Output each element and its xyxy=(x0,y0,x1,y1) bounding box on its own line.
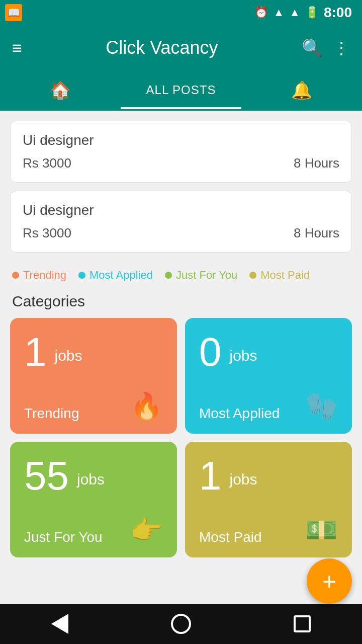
status-bar: 📖 ⏰ ▲ ▲ 🔋 8:00 xyxy=(0,0,362,25)
tab-home[interactable]: 🏠 xyxy=(0,70,121,109)
most-paid-jobs-label: jobs xyxy=(230,471,257,488)
fab-button[interactable]: + xyxy=(307,558,352,604)
most-applied-label: Most Applied xyxy=(89,269,153,282)
back-button[interactable] xyxy=(36,609,83,639)
app-title: Click Vacancy xyxy=(32,37,292,58)
categories-title: Categories xyxy=(12,293,352,310)
home-button[interactable] xyxy=(156,609,206,639)
job-card-2[interactable]: Ui designer Rs 3000 8 Hours xyxy=(10,191,352,253)
notification-icon: 🔔 xyxy=(291,80,312,100)
trending-label: Trending xyxy=(23,269,66,282)
trending-icon: 🔥 xyxy=(130,391,163,422)
home-icon: 🏠 xyxy=(50,80,71,100)
filter-most-applied[interactable]: Most Applied xyxy=(78,269,153,282)
category-grid: 1 jobs Trending 🔥 0 jobs Most Applied 🧤 … xyxy=(10,318,352,557)
app-bar: ≡ Click Vacancy 🔍 ⋮ xyxy=(0,25,362,70)
most-paid-label: Most Paid xyxy=(260,269,310,282)
most-paid-count: 1 xyxy=(199,456,222,496)
category-card-trending[interactable]: 1 jobs Trending 🔥 xyxy=(10,318,177,434)
search-icon[interactable]: 🔍 xyxy=(302,38,323,58)
most-applied-icon: 🧤 xyxy=(305,391,338,422)
most-applied-count: 0 xyxy=(199,332,222,372)
card-top-just-for-you: 55 jobs xyxy=(24,456,163,496)
recents-icon xyxy=(294,615,311,632)
category-card-most-paid[interactable]: 1 jobs Most Paid 💵 xyxy=(185,442,352,557)
most-paid-dot xyxy=(249,272,256,279)
most-paid-name: Most Paid xyxy=(199,529,262,545)
menu-icon[interactable]: ≡ xyxy=(12,38,22,58)
card-bottom-trending: Trending 🔥 xyxy=(24,391,163,422)
tab-notifications[interactable]: 🔔 xyxy=(241,70,362,109)
most-applied-dot xyxy=(78,272,85,279)
filter-tags: Trending Most Applied Just For You Most … xyxy=(10,261,352,290)
status-icons: ⏰ ▲ ▲ 🔋 8:00 xyxy=(254,5,352,21)
filter-trending[interactable]: Trending xyxy=(12,269,66,282)
most-paid-icon: 💵 xyxy=(305,515,338,545)
just-for-you-dot xyxy=(165,272,172,279)
most-applied-jobs-label: jobs xyxy=(230,347,257,364)
wifi-icon: ▲ xyxy=(273,6,284,19)
just-for-you-icon: 👉 xyxy=(130,515,163,545)
card-bottom-most-paid: Most Paid 💵 xyxy=(199,515,338,545)
bottom-nav xyxy=(0,604,362,644)
job-title-1: Ui designer xyxy=(23,132,339,148)
status-time: 8:00 xyxy=(324,5,352,21)
home-icon-nav xyxy=(171,614,191,634)
card-bottom-just-for-you: Just For You 👉 xyxy=(24,515,163,545)
card-top-trending: 1 jobs xyxy=(24,332,163,372)
job-card-1[interactable]: Ui designer Rs 3000 8 Hours xyxy=(10,121,352,183)
tab-bar: 🏠 ALL POSTS 🔔 xyxy=(0,70,362,111)
tab-all-posts-label: ALL POSTS xyxy=(146,83,216,97)
category-card-most-applied[interactable]: 0 jobs Most Applied 🧤 xyxy=(185,318,352,434)
alarm-icon: ⏰ xyxy=(254,6,268,19)
filter-most-paid[interactable]: Most Paid xyxy=(249,269,310,282)
main-content: Ui designer Rs 3000 8 Hours Ui designer … xyxy=(0,111,362,557)
category-card-just-for-you[interactable]: 55 jobs Just For You 👉 xyxy=(10,442,177,557)
trending-count: 1 xyxy=(24,332,47,372)
trending-dot xyxy=(12,272,19,279)
job-title-2: Ui designer xyxy=(23,202,339,218)
just-for-you-label: Just For You xyxy=(176,269,237,282)
back-icon xyxy=(51,614,68,634)
battery-icon: 🔋 xyxy=(305,6,319,19)
just-for-you-jobs-label: jobs xyxy=(77,471,105,488)
job-details-1: Rs 3000 8 Hours xyxy=(23,155,339,171)
app-logo: 📖 xyxy=(5,4,22,21)
card-top-most-paid: 1 jobs xyxy=(199,456,338,496)
job-salary-2: Rs 3000 xyxy=(23,225,71,241)
just-for-you-count: 55 xyxy=(24,456,69,496)
job-details-2: Rs 3000 8 Hours xyxy=(23,225,339,241)
signal-icon: ▲ xyxy=(289,6,300,19)
most-applied-name: Most Applied xyxy=(199,406,280,422)
card-bottom-most-applied: Most Applied 🧤 xyxy=(199,391,338,422)
more-icon[interactable]: ⋮ xyxy=(333,38,350,58)
card-top-most-applied: 0 jobs xyxy=(199,332,338,372)
trending-jobs-label: jobs xyxy=(55,347,82,364)
filter-just-for-you[interactable]: Just For You xyxy=(165,269,237,282)
fab-plus-icon: + xyxy=(322,568,336,595)
recents-button[interactable] xyxy=(279,610,326,637)
job-hours-2: 8 Hours xyxy=(294,225,339,241)
trending-name: Trending xyxy=(24,406,79,422)
tab-all-posts[interactable]: ALL POSTS xyxy=(121,70,241,109)
job-hours-1: 8 Hours xyxy=(294,155,339,171)
just-for-you-name: Just For You xyxy=(24,529,103,545)
job-salary-1: Rs 3000 xyxy=(23,155,71,171)
